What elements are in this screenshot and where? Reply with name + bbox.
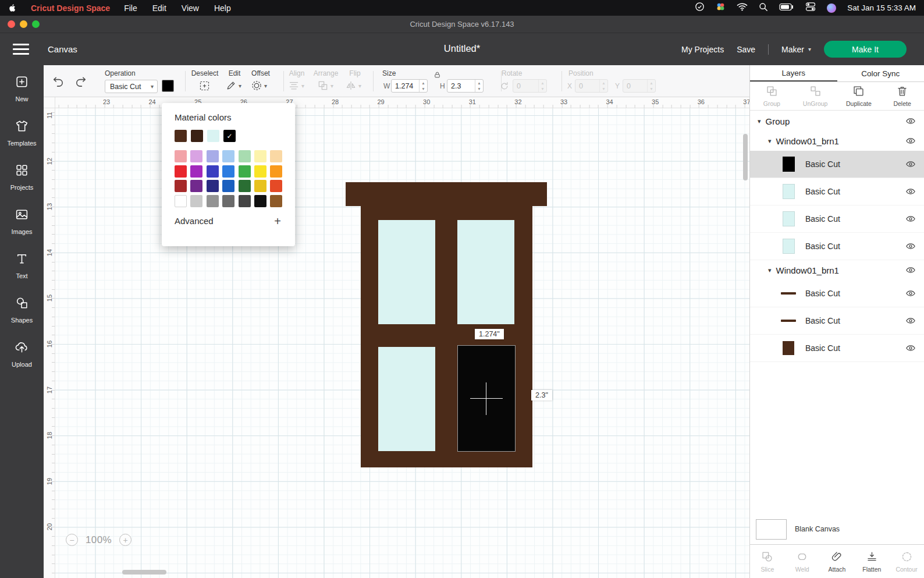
advanced-plus-icon[interactable]: + [274, 215, 281, 227]
sidebar-item-projects[interactable]: Projects [0, 155, 44, 199]
visibility-eye-icon[interactable] [905, 315, 916, 326]
visibility-eye-icon[interactable] [905, 186, 916, 197]
menu-item[interactable]: Help [214, 3, 231, 13]
shape-window-pane[interactable] [378, 220, 435, 324]
palette-swatch[interactable] [239, 150, 251, 162]
height-value[interactable]: 2.3 [447, 80, 475, 92]
disclosure-triangle-icon[interactable]: ▾ [758, 118, 761, 125]
layer-group-row[interactable]: ▾Window01_brn1 [750, 131, 924, 151]
visibility-eye-icon[interactable] [905, 265, 916, 275]
palette-swatch[interactable] [190, 165, 202, 178]
siri-icon[interactable] [827, 3, 836, 13]
slice-button[interactable]: Slice [750, 551, 785, 573]
undo-button[interactable] [52, 75, 65, 88]
palette-swatch[interactable] [254, 195, 266, 207]
disclosure-triangle-icon[interactable]: ▾ [768, 137, 772, 145]
palette-swatch[interactable] [222, 195, 234, 207]
palette-swatch[interactable] [175, 180, 187, 192]
layer-row[interactable]: Basic Cut [750, 307, 924, 335]
palette-swatch[interactable] [190, 195, 202, 207]
layer-row[interactable]: Basic Cut [750, 233, 924, 260]
visibility-eye-icon[interactable] [905, 241, 916, 251]
blank-canvas-row[interactable]: Blank Canvas [750, 514, 924, 544]
menu-item[interactable]: File [124, 3, 137, 13]
offset-button[interactable]: ▾ [251, 80, 267, 91]
flip-button[interactable]: ▾ [345, 80, 361, 91]
close-button[interactable] [8, 20, 15, 28]
palette-swatch[interactable] [222, 150, 234, 162]
shape-window-pane[interactable] [457, 220, 514, 324]
my-projects-link[interactable]: My Projects [681, 45, 724, 54]
hamburger-menu-button[interactable] [13, 44, 29, 55]
palette-swatch[interactable] [175, 195, 187, 207]
vertical-scrollbar[interactable] [743, 134, 748, 180]
visibility-eye-icon[interactable] [905, 343, 916, 353]
rotate-input[interactable]: 0 ▲▼ [513, 79, 547, 93]
sidebar-item-templates[interactable]: Templates [0, 111, 44, 155]
palette-swatch[interactable] [207, 165, 219, 178]
width-input[interactable]: 1.274 ▲▼ [391, 79, 428, 93]
width-value[interactable]: 1.274 [392, 80, 419, 92]
palette-swatch[interactable] [207, 180, 219, 192]
horizontal-scrollbar[interactable] [122, 570, 166, 575]
status-circle-icon[interactable] [695, 2, 705, 14]
layer-group-row[interactable]: ▾Group [750, 111, 924, 131]
material-swatch[interactable] [207, 130, 219, 142]
operation-dropdown[interactable]: Basic Cut ▾ [105, 80, 158, 93]
wifi-icon[interactable] [737, 2, 748, 13]
zoom-in-button[interactable]: + [119, 534, 132, 546]
duplicate-button[interactable]: Duplicate [837, 85, 881, 107]
palette-swatch[interactable] [270, 180, 282, 192]
layer-row[interactable]: Basic Cut [750, 335, 924, 362]
lock-aspect-icon[interactable] [433, 70, 442, 81]
visibility-eye-icon[interactable] [905, 288, 916, 299]
deselect-button[interactable] [198, 80, 211, 92]
layer-row[interactable]: Basic Cut [750, 280, 924, 307]
sidebar-item-upload[interactable]: Upload [0, 332, 44, 376]
make-it-button[interactable]: Make It [824, 41, 907, 58]
sidebar-item-images[interactable]: Images [0, 199, 44, 243]
palette-swatch[interactable] [270, 195, 282, 207]
design-canvas[interactable]: 232425262728293031323334353637 111213141… [44, 97, 749, 578]
contour-button[interactable]: Contour [889, 551, 924, 573]
layer-row[interactable]: Basic Cut [750, 151, 924, 178]
palette-swatch[interactable] [175, 165, 187, 178]
machine-selector[interactable]: Maker ▾ [781, 45, 811, 54]
palette-swatch[interactable] [222, 165, 234, 178]
material-swatch[interactable] [223, 130, 236, 142]
visibility-eye-icon[interactable] [905, 214, 916, 224]
battery-icon[interactable] [779, 3, 794, 13]
visibility-eye-icon[interactable] [905, 159, 916, 169]
disclosure-triangle-icon[interactable]: ▾ [768, 267, 772, 274]
arrange-button[interactable]: ▾ [317, 80, 333, 91]
shape-window-lintel[interactable] [346, 182, 547, 206]
attach-button[interactable]: Attach [820, 551, 855, 573]
sidebar-item-shapes[interactable]: Shapes [0, 288, 44, 332]
redo-button[interactable] [74, 75, 87, 88]
material-swatch[interactable] [175, 130, 187, 142]
visibility-eye-icon[interactable] [905, 116, 916, 126]
layer-group-row[interactable]: ▾Window01_brn1 [750, 260, 924, 280]
palette-swatch[interactable] [239, 165, 251, 178]
menubar-clock[interactable]: Sat Jan 15 5:33 AM [847, 3, 916, 12]
width-stepper[interactable]: ▲▼ [419, 80, 427, 92]
minimize-button[interactable] [20, 20, 27, 28]
control-center-icon[interactable] [805, 2, 816, 14]
weld-button[interactable]: Weld [785, 551, 820, 573]
position-y-input[interactable]: 0 ▲▼ [623, 79, 656, 93]
layer-row[interactable]: Basic Cut [750, 178, 924, 205]
document-title[interactable]: Untitled* [444, 43, 480, 54]
ungroup-button[interactable]: UnGroup [794, 85, 837, 107]
sidebar-item-text[interactable]: Text [0, 243, 44, 288]
palette-swatch[interactable] [239, 195, 251, 207]
spotlight-icon[interactable] [759, 2, 768, 14]
pinwheel-icon[interactable] [716, 2, 726, 14]
palette-swatch[interactable] [207, 150, 219, 162]
canvas-nav-label[interactable]: Canvas [48, 44, 77, 54]
fullscreen-button[interactable] [32, 20, 40, 28]
palette-swatch[interactable] [254, 180, 266, 192]
position-x-input[interactable]: 0 ▲▼ [575, 79, 608, 93]
edit-button[interactable]: ▾ [225, 80, 241, 91]
layer-row[interactable]: Basic Cut [750, 205, 924, 233]
palette-swatch[interactable] [190, 150, 202, 162]
